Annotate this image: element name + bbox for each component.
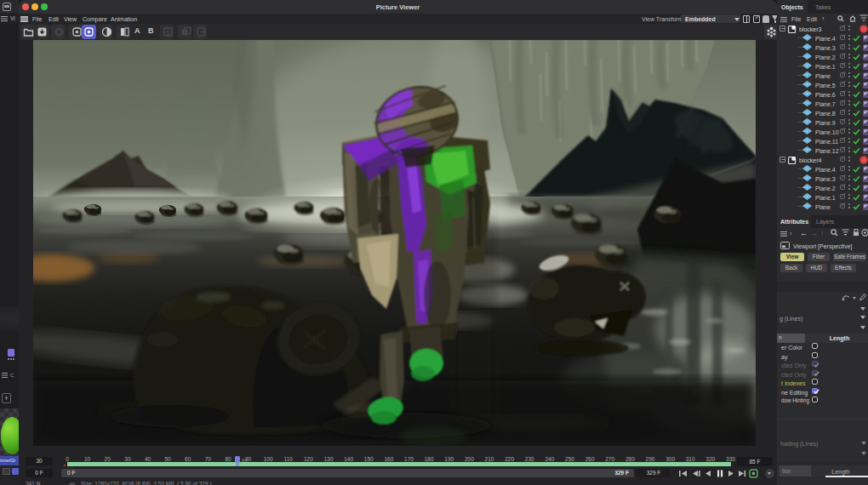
svg-text:S: S [166,29,170,37]
